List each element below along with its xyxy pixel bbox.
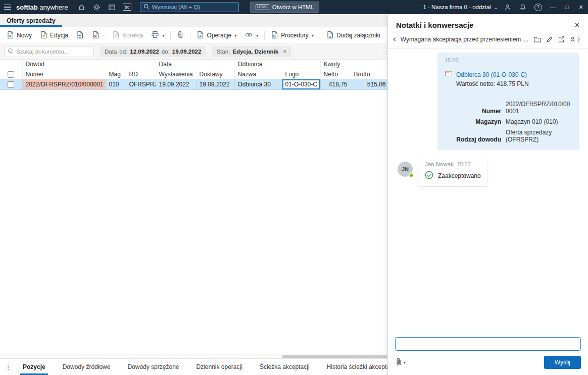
message-time: 15:23 <box>457 161 471 167</box>
date-filter-chip[interactable]: Data od: 12.09.2022 do: 19.09.2022 <box>100 46 206 57</box>
delete-document-button[interactable] <box>88 29 103 42</box>
col-header-wystawienia[interactable]: Wystawienia <box>156 69 196 79</box>
tab-pozycje[interactable]: Pozycje <box>14 359 54 375</box>
procedures-menu-button[interactable]: Procedury ▾ <box>267 29 317 42</box>
group-header-data: Data <box>156 60 234 69</box>
search-icon <box>143 4 150 11</box>
row-checkbox[interactable] <box>8 81 14 88</box>
field-value-rodzaj: Oferta sprzedaży (OFRSPRZ) <box>506 129 572 143</box>
toolbar-separator <box>190 31 190 40</box>
apps-grid-icon[interactable] <box>105 0 120 14</box>
field-label-rodzaj: Rodzaj dowodu <box>445 136 501 143</box>
operations-menu-button[interactable]: Operacje ▾ <box>193 29 240 42</box>
back-icon[interactable]: ‹ <box>393 34 396 43</box>
tab-dziennik-operacji[interactable]: Dziennik operacji <box>187 359 251 375</box>
add-attachments-button[interactable]: Dodaj załączniki <box>323 29 384 42</box>
global-search[interactable] <box>140 2 239 12</box>
global-search-input[interactable] <box>152 4 235 10</box>
accepted-check-icon <box>425 171 433 181</box>
col-header-dostawy[interactable]: Dostawy <box>196 69 234 79</box>
maximize-button[interactable]: □ <box>560 0 574 14</box>
col-header-rd[interactable]: RD <box>126 69 156 79</box>
cell-rd[interactable]: OFRSPRZ <box>126 79 156 90</box>
tab-sciezka-akceptacji[interactable]: Ścieżka akceptacji <box>251 359 318 375</box>
refresh-document-button[interactable] <box>73 29 87 42</box>
cell-dostawy[interactable]: 19.09.2022 <box>196 79 234 90</box>
correction-button[interactable]: Korekta <box>109 29 146 42</box>
home-icon[interactable] <box>74 0 89 14</box>
col-header-numer[interactable]: Numer <box>22 69 106 79</box>
open-html-button[interactable]: HTML Otwórz w HTML <box>250 2 320 13</box>
send-button[interactable]: Wyślij <box>544 356 581 369</box>
print-button[interactable]: ▾ <box>148 29 168 42</box>
col-header-netto[interactable]: Netto <box>320 69 351 79</box>
odbiorca-link[interactable]: Odbiorca 30 (01-O-030-C) <box>456 71 527 78</box>
tab-oferty-sprzedazy[interactable]: Oferty sprzedaży <box>0 14 62 27</box>
tab-dowody-sprzezone[interactable]: Dowody sprzężone <box>119 359 187 375</box>
table-row[interactable]: 2022/OFRSPRZ/010/000001 010 OFRSPRZ 19.0… <box>0 79 389 90</box>
panel-close-icon[interactable]: ✕ <box>574 21 580 29</box>
doc-correction-icon <box>112 31 120 40</box>
document-search-input[interactable] <box>16 49 90 55</box>
col-header-brutto[interactable]: Brutto <box>351 69 389 79</box>
edit-button[interactable]: Edycja <box>36 29 72 42</box>
app-brand: softlab anywhere <box>16 4 68 11</box>
paperclip-icon <box>177 31 184 40</box>
date-from-value: 12.09.2022 <box>130 49 159 55</box>
close-window-button[interactable]: ✕ <box>574 0 588 14</box>
numer-link[interactable]: 2022/OFRSPRZ/010/000001 <box>506 101 572 115</box>
presence-dot <box>409 173 414 178</box>
links-menu-button[interactable]: ▾ <box>241 29 262 42</box>
reply-input[interactable] <box>395 337 581 351</box>
chevron-down-icon: ▾ <box>256 33 258 38</box>
share-icon[interactable] <box>558 36 565 43</box>
attach-file-button[interactable]: ▾ <box>395 358 406 367</box>
doc-plus-icon <box>7 31 14 40</box>
cell-netto[interactable]: 418,75 <box>320 79 351 90</box>
participants-icon[interactable]: 2 <box>570 36 580 42</box>
select-all-checkbox[interactable] <box>8 71 14 78</box>
cell-numer[interactable]: 2022/OFRSPRZ/010/000001 <box>22 79 106 90</box>
cell-nazwa[interactable]: Odbiorca 30 <box>234 79 282 90</box>
new-document-button[interactable]: Nowy <box>3 29 35 42</box>
field-label-numer: Numer <box>445 108 501 115</box>
tab-dowody-zrodlowe[interactable]: Dowody źródłowe <box>54 359 119 375</box>
message-author: Jan Nowak <box>425 161 454 167</box>
remove-state-filter-icon[interactable]: ✕ <box>283 49 287 54</box>
group-header-kwoty: Kwoty <box>320 60 389 69</box>
doc-pencil-icon <box>40 31 47 40</box>
message-time: 15:20 <box>445 57 572 63</box>
brand-anywhere: anywhere <box>39 4 68 11</box>
bottom-tabs-menu-icon[interactable]: ⋮ <box>2 359 14 375</box>
hamburger-menu-icon[interactable] <box>0 0 15 14</box>
paperclip-icon <box>395 358 403 367</box>
document-preview-icon <box>445 70 453 79</box>
toolbar-separator <box>170 31 171 40</box>
select-all-header <box>0 69 22 79</box>
date-to-value: 19.09.2022 <box>172 49 202 55</box>
search-icon <box>8 48 14 56</box>
printer-icon <box>151 31 159 40</box>
bc-icon[interactable]: bc <box>120 0 135 14</box>
col-header-logo[interactable]: Logo <box>282 69 320 79</box>
help-icon[interactable]: ? <box>530 0 546 14</box>
attachment-button[interactable] <box>173 29 187 42</box>
folder-icon[interactable] <box>533 36 542 43</box>
company-selector[interactable]: 1 - Nasza firma 0 - oddział ⌄ <box>423 4 498 10</box>
minimize-button[interactable]: — <box>546 0 560 14</box>
chat-bubble: Jan Nowak 15:23 Zaakceptowano <box>418 157 487 186</box>
scrollbar-thumb[interactable] <box>282 355 387 358</box>
cell-logo-focused[interactable]: 01-O-030-C <box>282 79 320 90</box>
cell-brutto[interactable]: 515,06 <box>351 79 389 90</box>
open-html-label: Otwórz w HTML <box>272 4 314 10</box>
theme-brightness-icon[interactable] <box>89 0 105 14</box>
state-filter-chip[interactable]: Stan: Edycja, Dziennik ✕ <box>212 46 291 57</box>
cell-wystawienia[interactable]: 19.09.2022 <box>156 79 196 90</box>
col-header-mag[interactable]: Mag <box>106 69 126 79</box>
notifications-bell-icon[interactable] <box>515 0 530 14</box>
user-icon[interactable] <box>500 0 515 14</box>
edit-pencil-icon[interactable] <box>546 36 553 43</box>
col-header-nazwa[interactable]: Nazwa <box>234 69 282 79</box>
document-search[interactable] <box>4 46 94 57</box>
cell-mag[interactable]: 010 <box>106 79 126 90</box>
